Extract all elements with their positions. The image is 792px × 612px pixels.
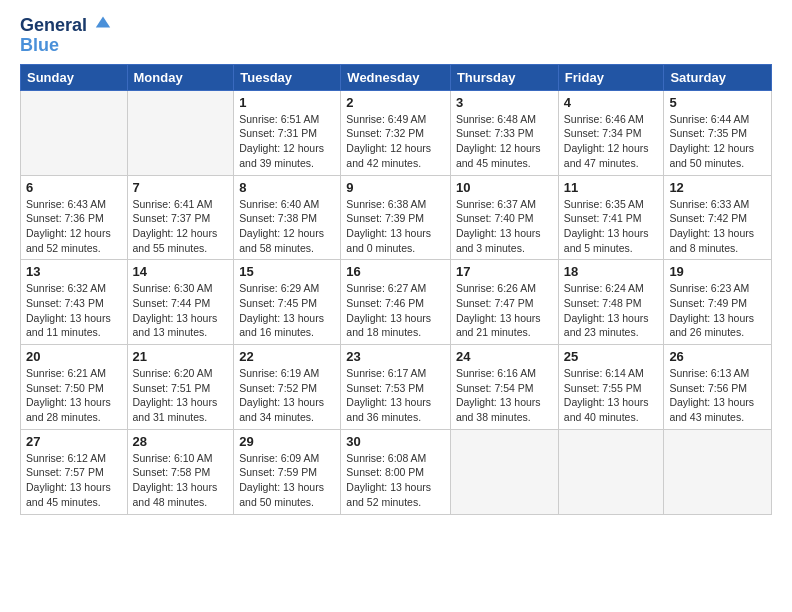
calendar-cell bbox=[558, 429, 664, 514]
calendar-cell: 22Sunrise: 6:19 AM Sunset: 7:52 PM Dayli… bbox=[234, 345, 341, 430]
day-info: Sunrise: 6:37 AM Sunset: 7:40 PM Dayligh… bbox=[456, 197, 553, 256]
day-number: 21 bbox=[133, 349, 229, 364]
day-info: Sunrise: 6:43 AM Sunset: 7:36 PM Dayligh… bbox=[26, 197, 122, 256]
day-number: 23 bbox=[346, 349, 445, 364]
calendar-cell: 28Sunrise: 6:10 AM Sunset: 7:58 PM Dayli… bbox=[127, 429, 234, 514]
day-info: Sunrise: 6:27 AM Sunset: 7:46 PM Dayligh… bbox=[346, 281, 445, 340]
day-info: Sunrise: 6:10 AM Sunset: 7:58 PM Dayligh… bbox=[133, 451, 229, 510]
day-number: 7 bbox=[133, 180, 229, 195]
week-row-0: 1Sunrise: 6:51 AM Sunset: 7:31 PM Daylig… bbox=[21, 90, 772, 175]
day-info: Sunrise: 6:23 AM Sunset: 7:49 PM Dayligh… bbox=[669, 281, 766, 340]
day-info: Sunrise: 6:35 AM Sunset: 7:41 PM Dayligh… bbox=[564, 197, 659, 256]
day-info: Sunrise: 6:40 AM Sunset: 7:38 PM Dayligh… bbox=[239, 197, 335, 256]
col-header-monday: Monday bbox=[127, 64, 234, 90]
day-number: 6 bbox=[26, 180, 122, 195]
day-info: Sunrise: 6:38 AM Sunset: 7:39 PM Dayligh… bbox=[346, 197, 445, 256]
day-number: 19 bbox=[669, 264, 766, 279]
day-number: 13 bbox=[26, 264, 122, 279]
col-header-friday: Friday bbox=[558, 64, 664, 90]
day-info: Sunrise: 6:33 AM Sunset: 7:42 PM Dayligh… bbox=[669, 197, 766, 256]
calendar-cell: 20Sunrise: 6:21 AM Sunset: 7:50 PM Dayli… bbox=[21, 345, 128, 430]
day-info: Sunrise: 6:20 AM Sunset: 7:51 PM Dayligh… bbox=[133, 366, 229, 425]
day-number: 12 bbox=[669, 180, 766, 195]
day-number: 16 bbox=[346, 264, 445, 279]
logo: General Blue bbox=[20, 16, 112, 54]
day-info: Sunrise: 6:44 AM Sunset: 7:35 PM Dayligh… bbox=[669, 112, 766, 171]
day-number: 25 bbox=[564, 349, 659, 364]
calendar-cell: 2Sunrise: 6:49 AM Sunset: 7:32 PM Daylig… bbox=[341, 90, 451, 175]
page: General Blue SundayMondayTuesdayWednesda… bbox=[0, 0, 792, 612]
calendar-cell: 7Sunrise: 6:41 AM Sunset: 7:37 PM Daylig… bbox=[127, 175, 234, 260]
calendar-cell: 23Sunrise: 6:17 AM Sunset: 7:53 PM Dayli… bbox=[341, 345, 451, 430]
calendar-cell: 13Sunrise: 6:32 AM Sunset: 7:43 PM Dayli… bbox=[21, 260, 128, 345]
day-number: 17 bbox=[456, 264, 553, 279]
calendar-cell: 10Sunrise: 6:37 AM Sunset: 7:40 PM Dayli… bbox=[450, 175, 558, 260]
day-number: 22 bbox=[239, 349, 335, 364]
calendar-cell: 8Sunrise: 6:40 AM Sunset: 7:38 PM Daylig… bbox=[234, 175, 341, 260]
calendar-cell: 4Sunrise: 6:46 AM Sunset: 7:34 PM Daylig… bbox=[558, 90, 664, 175]
calendar-table: SundayMondayTuesdayWednesdayThursdayFrid… bbox=[20, 64, 772, 515]
calendar-cell: 19Sunrise: 6:23 AM Sunset: 7:49 PM Dayli… bbox=[664, 260, 772, 345]
day-number: 10 bbox=[456, 180, 553, 195]
calendar-cell: 11Sunrise: 6:35 AM Sunset: 7:41 PM Dayli… bbox=[558, 175, 664, 260]
calendar-cell: 29Sunrise: 6:09 AM Sunset: 7:59 PM Dayli… bbox=[234, 429, 341, 514]
day-info: Sunrise: 6:17 AM Sunset: 7:53 PM Dayligh… bbox=[346, 366, 445, 425]
calendar-cell: 21Sunrise: 6:20 AM Sunset: 7:51 PM Dayli… bbox=[127, 345, 234, 430]
calendar-cell bbox=[127, 90, 234, 175]
calendar-cell: 5Sunrise: 6:44 AM Sunset: 7:35 PM Daylig… bbox=[664, 90, 772, 175]
day-number: 30 bbox=[346, 434, 445, 449]
day-info: Sunrise: 6:49 AM Sunset: 7:32 PM Dayligh… bbox=[346, 112, 445, 171]
day-info: Sunrise: 6:29 AM Sunset: 7:45 PM Dayligh… bbox=[239, 281, 335, 340]
calendar-cell: 14Sunrise: 6:30 AM Sunset: 7:44 PM Dayli… bbox=[127, 260, 234, 345]
calendar-cell: 27Sunrise: 6:12 AM Sunset: 7:57 PM Dayli… bbox=[21, 429, 128, 514]
calendar-cell bbox=[450, 429, 558, 514]
col-header-wednesday: Wednesday bbox=[341, 64, 451, 90]
day-info: Sunrise: 6:51 AM Sunset: 7:31 PM Dayligh… bbox=[239, 112, 335, 171]
week-row-1: 6Sunrise: 6:43 AM Sunset: 7:36 PM Daylig… bbox=[21, 175, 772, 260]
day-number: 18 bbox=[564, 264, 659, 279]
calendar-cell bbox=[21, 90, 128, 175]
day-info: Sunrise: 6:12 AM Sunset: 7:57 PM Dayligh… bbox=[26, 451, 122, 510]
day-info: Sunrise: 6:19 AM Sunset: 7:52 PM Dayligh… bbox=[239, 366, 335, 425]
day-number: 28 bbox=[133, 434, 229, 449]
calendar-cell: 9Sunrise: 6:38 AM Sunset: 7:39 PM Daylig… bbox=[341, 175, 451, 260]
week-row-2: 13Sunrise: 6:32 AM Sunset: 7:43 PM Dayli… bbox=[21, 260, 772, 345]
day-number: 27 bbox=[26, 434, 122, 449]
day-number: 26 bbox=[669, 349, 766, 364]
calendar-cell: 26Sunrise: 6:13 AM Sunset: 7:56 PM Dayli… bbox=[664, 345, 772, 430]
week-row-4: 27Sunrise: 6:12 AM Sunset: 7:57 PM Dayli… bbox=[21, 429, 772, 514]
day-number: 3 bbox=[456, 95, 553, 110]
day-number: 29 bbox=[239, 434, 335, 449]
col-header-sunday: Sunday bbox=[21, 64, 128, 90]
day-number: 24 bbox=[456, 349, 553, 364]
day-info: Sunrise: 6:48 AM Sunset: 7:33 PM Dayligh… bbox=[456, 112, 553, 171]
calendar-cell: 16Sunrise: 6:27 AM Sunset: 7:46 PM Dayli… bbox=[341, 260, 451, 345]
calendar-cell: 3Sunrise: 6:48 AM Sunset: 7:33 PM Daylig… bbox=[450, 90, 558, 175]
day-number: 20 bbox=[26, 349, 122, 364]
day-info: Sunrise: 6:14 AM Sunset: 7:55 PM Dayligh… bbox=[564, 366, 659, 425]
day-number: 2 bbox=[346, 95, 445, 110]
day-info: Sunrise: 6:09 AM Sunset: 7:59 PM Dayligh… bbox=[239, 451, 335, 510]
week-row-3: 20Sunrise: 6:21 AM Sunset: 7:50 PM Dayli… bbox=[21, 345, 772, 430]
col-header-saturday: Saturday bbox=[664, 64, 772, 90]
logo-text: General bbox=[20, 16, 112, 36]
day-info: Sunrise: 6:41 AM Sunset: 7:37 PM Dayligh… bbox=[133, 197, 229, 256]
day-number: 5 bbox=[669, 95, 766, 110]
day-number: 14 bbox=[133, 264, 229, 279]
day-info: Sunrise: 6:26 AM Sunset: 7:47 PM Dayligh… bbox=[456, 281, 553, 340]
day-number: 9 bbox=[346, 180, 445, 195]
day-info: Sunrise: 6:16 AM Sunset: 7:54 PM Dayligh… bbox=[456, 366, 553, 425]
col-header-tuesday: Tuesday bbox=[234, 64, 341, 90]
calendar-cell bbox=[664, 429, 772, 514]
day-number: 4 bbox=[564, 95, 659, 110]
calendar-cell: 1Sunrise: 6:51 AM Sunset: 7:31 PM Daylig… bbox=[234, 90, 341, 175]
day-number: 8 bbox=[239, 180, 335, 195]
day-number: 1 bbox=[239, 95, 335, 110]
day-info: Sunrise: 6:13 AM Sunset: 7:56 PM Dayligh… bbox=[669, 366, 766, 425]
day-info: Sunrise: 6:46 AM Sunset: 7:34 PM Dayligh… bbox=[564, 112, 659, 171]
day-info: Sunrise: 6:08 AM Sunset: 8:00 PM Dayligh… bbox=[346, 451, 445, 510]
calendar-cell: 6Sunrise: 6:43 AM Sunset: 7:36 PM Daylig… bbox=[21, 175, 128, 260]
day-number: 11 bbox=[564, 180, 659, 195]
svg-marker-0 bbox=[96, 17, 110, 28]
calendar-cell: 17Sunrise: 6:26 AM Sunset: 7:47 PM Dayli… bbox=[450, 260, 558, 345]
